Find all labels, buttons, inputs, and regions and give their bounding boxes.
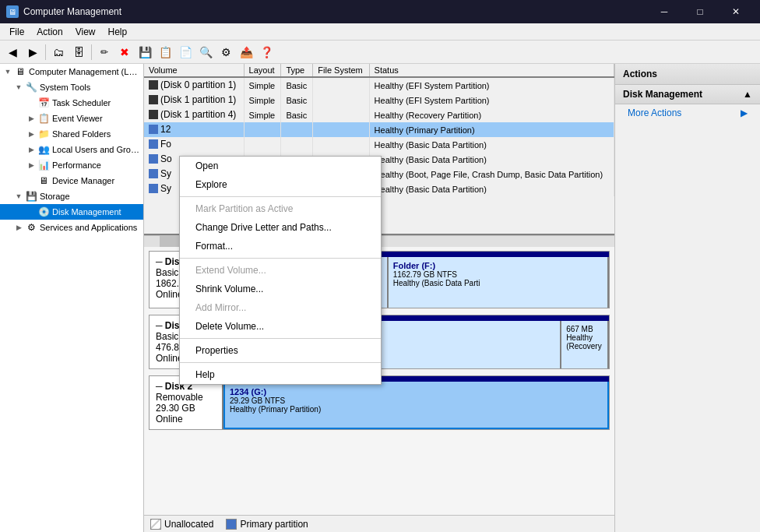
tree-item-task-scheduler[interactable]: 📅 Task Scheduler [0,95,143,111]
back-button[interactable]: ◀ [3,43,22,62]
settings-button[interactable]: ⚙ [216,43,235,62]
ctx-properties[interactable]: Properties [180,341,381,360]
device-manager-label: Device Manager [52,176,114,185]
ctx-extend[interactable]: Extend Volume... [180,261,381,280]
cell-status: Healthy (EFI System Partition) [369,77,614,93]
performance-icon: 📊 [37,159,50,171]
cell-volume: 12 [144,122,244,137]
tree-item-local-users[interactable]: ▶ 👥 Local Users and Groups [0,142,143,157]
cell-type: Basic [281,77,313,93]
ctx-format[interactable]: Format... [180,237,381,255]
tree-item-disk-management[interactable]: 💿 Disk Management [0,204,143,220]
system-tools-label: System Tools [40,83,90,92]
disk-mgmt-icon: 💿 [37,206,50,218]
edit-button[interactable]: ✏ [95,43,114,62]
tree-item-services[interactable]: ▶ ⚙ Services and Applications [0,220,143,235]
minimize-button[interactable]: ─ [646,0,682,23]
table-row[interactable]: (Disk 1 partition 1) Simple Basic Health… [144,93,614,107]
ctx-shrink[interactable]: Shrink Volume... [180,280,381,298]
menu-file[interactable]: File [3,25,30,39]
ctx-delete[interactable]: Delete Volume... [180,317,381,336]
cell-volume: (Disk 0 partition 1) [144,77,244,93]
manage-button[interactable]: 🗄 [69,43,88,62]
local-users-icon: 👥 [37,143,50,156]
actions-disk-management-header[interactable]: Disk Management ▲ [615,85,760,104]
task-scheduler-icon: 📅 [37,97,50,109]
cell-status: Healthy (EFI System Partition) [369,93,614,107]
cell-volume: (Disk 1 partition 1) [144,93,244,107]
root-label: Computer Management (Local [29,67,142,76]
menu-help[interactable]: Help [102,25,134,39]
delete-button[interactable]: ✖ [115,43,134,62]
task-scheduler-expand-icon [25,97,37,109]
legend-primary-label: Primary partition [240,519,308,530]
device-manager-expand-icon [25,174,37,187]
task-scheduler-label: Task Scheduler [52,98,111,107]
cell-status: Healthy (Boot, Page File, Crash Dump, Ba… [369,167,614,181]
device-manager-icon: 🖥 [37,174,50,187]
cell-type [281,122,313,137]
properties-button[interactable]: 💾 [135,43,154,62]
tree-item-shared-folders[interactable]: ▶ 📁 Shared Folders [0,126,143,142]
storage-label: Storage [40,192,70,201]
table-row[interactable]: Fo Healthy (Basic Data Partition) [144,137,614,152]
export-button[interactable]: 📤 [237,43,255,62]
ctx-explore[interactable]: Explore [180,175,381,194]
cell-status: Healthy (Basic Data Partition) [369,181,614,196]
ctx-mark-active[interactable]: Mark Partition as Active [180,199,381,218]
cell-layout: Simple [244,107,281,122]
more-actions-label: More Actions [628,107,681,118]
tree-item-storage[interactable]: ▼ 💾 Storage [0,188,143,204]
legend-unallocated-box [150,519,161,530]
status-bar: Unallocated Primary partition [144,515,614,532]
legend-primary: Primary partition [226,519,308,530]
table-row[interactable]: (Disk 0 partition 1) Simple Basic Health… [144,77,614,93]
ctx-add-mirror[interactable]: Add Mirror... [180,298,381,317]
col-type: Type [281,64,313,77]
event-viewer-expand-icon: ▶ [25,112,37,125]
ctx-sep-1 [180,196,381,197]
actions-more-actions[interactable]: More Actions ▶ [615,104,760,122]
performance-expand-icon: ▶ [25,159,37,171]
new-button[interactable]: 📄 [176,43,195,62]
maximize-button[interactable]: □ [682,0,718,23]
disk-1-part-3[interactable]: 667 MB Healthy (Recovery [561,315,609,368]
ctx-open[interactable]: Open [180,157,381,175]
tree-item-device-manager[interactable]: 🖥 Device Manager [0,173,143,188]
cell-volume: (Disk 1 partition 4) [144,107,244,122]
ctx-help[interactable]: Help [180,365,381,384]
shared-folders-expand-icon: ▶ [25,128,37,140]
help-toolbar-button[interactable]: 📋 [156,43,174,62]
cell-fs [313,122,369,137]
storage-icon: 💾 [25,190,37,203]
col-status: Status [369,64,614,77]
tree-item-system-tools[interactable]: ▼ 🔧 System Tools [0,79,143,95]
tree-root[interactable]: ▼ 🖥 Computer Management (Local [0,64,143,79]
toolbar-help-button[interactable]: ❓ [257,43,276,62]
forward-button[interactable]: ▶ [23,43,42,62]
disk-0-part-4[interactable]: Folder (F:) 1162.79 GB NTFS Healthy (Bas… [389,252,609,308]
refresh-button[interactable]: 🔍 [196,43,215,62]
col-filesystem: File System [313,64,369,77]
local-users-label: Local Users and Groups [52,145,142,154]
window-title: Computer Management [23,6,121,17]
cell-status: Healthy (Basic Data Partition) [369,137,614,152]
menu-view[interactable]: View [69,25,102,39]
collapse-icon: ▲ [743,89,752,100]
menu-action[interactable]: Action [30,25,69,39]
cell-fs [313,93,369,107]
tree-item-performance[interactable]: ▶ 📊 Performance [0,157,143,173]
event-viewer-icon: 📋 [37,112,50,125]
show-tree-button[interactable]: 🗂 [49,43,68,62]
services-expand-icon: ▶ [12,221,25,234]
tree-item-event-viewer[interactable]: ▶ 📋 Event Viewer [0,111,143,126]
table-row-selected[interactable]: 12 Healthy (Primary Partition) [144,122,614,137]
shared-folders-icon: 📁 [37,128,50,140]
table-row[interactable]: (Disk 1 partition 4) Simple Basic Health… [144,107,614,122]
close-button[interactable]: ✕ [718,0,754,23]
ctx-change-letter[interactable]: Change Drive Letter and Paths... [180,218,381,237]
app-icon: 🖥 [6,5,19,18]
shared-folders-label: Shared Folders [52,129,111,139]
services-icon: ⚙ [25,221,37,234]
cell-type: Basic [281,93,313,107]
